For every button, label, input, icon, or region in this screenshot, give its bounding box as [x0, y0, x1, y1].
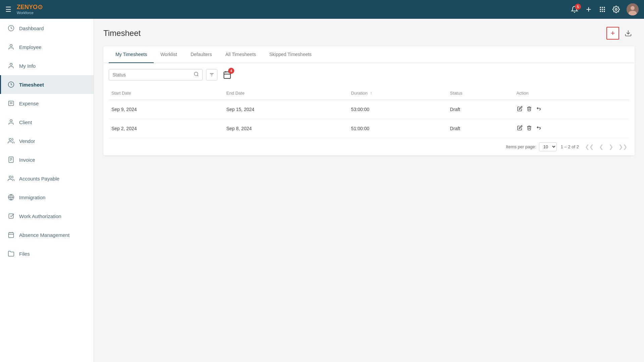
- page-info: 1 – 2 of 2: [561, 144, 579, 149]
- export-button[interactable]: [622, 27, 635, 40]
- sidebar-item-client[interactable]: Client: [0, 113, 94, 132]
- files-icon: [8, 250, 14, 257]
- filter-button[interactable]: [206, 69, 217, 81]
- settings-button[interactable]: [612, 6, 620, 13]
- top-nav: ☰ ZENYO⊙ Workforce 5: [0, 0, 644, 19]
- first-page-button[interactable]: ❮❮: [583, 142, 596, 151]
- sort-icon: ↑: [370, 91, 372, 96]
- apps-button[interactable]: [599, 6, 606, 13]
- invoice-icon: [8, 156, 14, 163]
- sidebar-item-immigration[interactable]: Immigration: [0, 188, 94, 207]
- submit-button-row0[interactable]: [535, 105, 542, 113]
- filter-icon: [209, 72, 214, 77]
- sidebar-item-vendor[interactable]: Vendor: [0, 132, 94, 150]
- svg-rect-31: [9, 214, 13, 218]
- sidebar-item-employee[interactable]: Employee: [0, 38, 94, 56]
- edit-icon: [517, 106, 523, 111]
- svg-rect-5: [600, 9, 601, 10]
- edit-button-row0[interactable]: [516, 105, 523, 113]
- plus-icon: [585, 6, 592, 13]
- tab-worklist[interactable]: Worklist: [154, 46, 184, 63]
- expense-icon: [8, 100, 14, 107]
- work-authorization-icon: [8, 213, 14, 219]
- sidebar-label-accounts-payable: Accounts Payable: [19, 176, 59, 182]
- sidebar-label-immigration: Immigration: [19, 195, 45, 200]
- sidebar-item-files[interactable]: Files: [0, 244, 94, 263]
- items-per-page: Items per page: 10 5 25 50: [506, 142, 556, 151]
- delete-icon: [527, 106, 532, 111]
- submit-button-row1[interactable]: [535, 124, 542, 133]
- add-timesheet-button[interactable]: +: [606, 27, 619, 40]
- svg-rect-7: [604, 9, 605, 10]
- tab-defaulters[interactable]: Defaulters: [184, 46, 219, 63]
- accounts-payable-icon: [8, 175, 14, 182]
- cell-actions: [514, 119, 629, 138]
- last-page-button[interactable]: ❯❯: [616, 142, 629, 151]
- sidebar-item-expense[interactable]: Expense: [0, 94, 94, 113]
- delete-icon: [527, 125, 532, 131]
- delete-button-row0[interactable]: [526, 105, 533, 113]
- sidebar-label-files: Files: [19, 251, 30, 257]
- svg-point-22: [10, 120, 12, 122]
- notifications-button[interactable]: 5: [571, 6, 578, 13]
- sidebar-label-myinfo: My Info: [19, 63, 36, 69]
- sidebar-label-invoice: Invoice: [19, 157, 35, 163]
- svg-point-17: [10, 63, 12, 66]
- svg-rect-32: [9, 232, 14, 238]
- immigration-icon: [8, 194, 14, 201]
- tab-skipped-timesheets[interactable]: Skipped Timesheets: [263, 46, 318, 63]
- cell-end-date: Sep 15, 2024: [224, 100, 348, 119]
- svg-point-23: [9, 139, 11, 141]
- sidebar-item-invoice[interactable]: Invoice: [0, 150, 94, 169]
- table-row: Sep 9, 2024 Sep 15, 2024 53:00:00 Draft: [109, 100, 629, 119]
- col-start-date: Start Date: [109, 87, 224, 100]
- cell-duration: 51:00:00: [348, 119, 447, 138]
- items-per-page-select[interactable]: 10 5 25 50: [539, 142, 557, 151]
- apps-icon: [599, 6, 606, 13]
- edit-icon: [517, 125, 523, 131]
- submit-icon: [536, 125, 541, 131]
- table-body: Sep 9, 2024 Sep 15, 2024 53:00:00 Draft: [109, 100, 629, 138]
- sidebar-item-accounts-payable[interactable]: Accounts Payable: [0, 169, 94, 188]
- sidebar-label-dashboard: Dashboard: [19, 25, 44, 31]
- col-duration[interactable]: Duration ↑: [348, 87, 447, 100]
- next-page-button[interactable]: ❯: [607, 142, 615, 151]
- settings-icon: [612, 6, 620, 13]
- tab-all-timesheets[interactable]: All Timesheets: [218, 46, 262, 63]
- page-actions: +: [606, 27, 635, 40]
- tab-my-timesheets[interactable]: My Timesheets: [109, 46, 154, 63]
- edit-button-row1[interactable]: [516, 124, 523, 133]
- page-title: Timesheet: [103, 29, 141, 38]
- sidebar-label-client: Client: [19, 119, 32, 125]
- prev-page-button[interactable]: ❮: [597, 142, 605, 151]
- pagination-row: Items per page: 10 5 25 50 1 – 2 of 2 ❮❮…: [103, 138, 635, 155]
- delete-button-row1[interactable]: [526, 124, 533, 133]
- avatar-image: [627, 3, 639, 15]
- svg-rect-24: [9, 157, 13, 163]
- sidebar-label-expense: Expense: [19, 101, 39, 106]
- sidebar: Dashboard Employee My Info Timesheet Exp…: [0, 19, 94, 362]
- myinfo-icon: [8, 62, 14, 69]
- svg-rect-8: [600, 11, 601, 12]
- sidebar-item-absence-management[interactable]: Absence Management: [0, 225, 94, 244]
- calendar-button[interactable]: 4: [221, 68, 234, 81]
- pagination-buttons: ❮❮ ❮ ❯ ❯❯: [583, 142, 629, 151]
- sidebar-item-myinfo[interactable]: My Info: [0, 56, 94, 75]
- sidebar-item-dashboard[interactable]: Dashboard: [0, 19, 94, 38]
- svg-point-13: [631, 6, 635, 10]
- page-header: Timesheet +: [103, 27, 635, 40]
- sidebar-item-timesheet[interactable]: Timesheet: [0, 75, 94, 94]
- search-input[interactable]: [112, 72, 194, 77]
- svg-rect-3: [602, 7, 603, 8]
- sidebar-label-work-authorization: Work Authorization: [19, 213, 61, 219]
- sidebar-item-work-authorization[interactable]: Work Authorization: [0, 207, 94, 225]
- timesheet-card: My Timesheets Worklist Defaulters All Ti…: [103, 46, 635, 155]
- calendar-badge: 4: [228, 68, 234, 74]
- vendor-icon: [8, 138, 14, 144]
- svg-rect-19: [9, 101, 14, 105]
- svg-rect-6: [602, 9, 603, 10]
- add-global-button[interactable]: [585, 6, 592, 13]
- table-area: Start Date End Date Duration ↑ Status: [103, 87, 635, 138]
- avatar[interactable]: [627, 3, 639, 15]
- hamburger-button[interactable]: ☰: [5, 5, 11, 13]
